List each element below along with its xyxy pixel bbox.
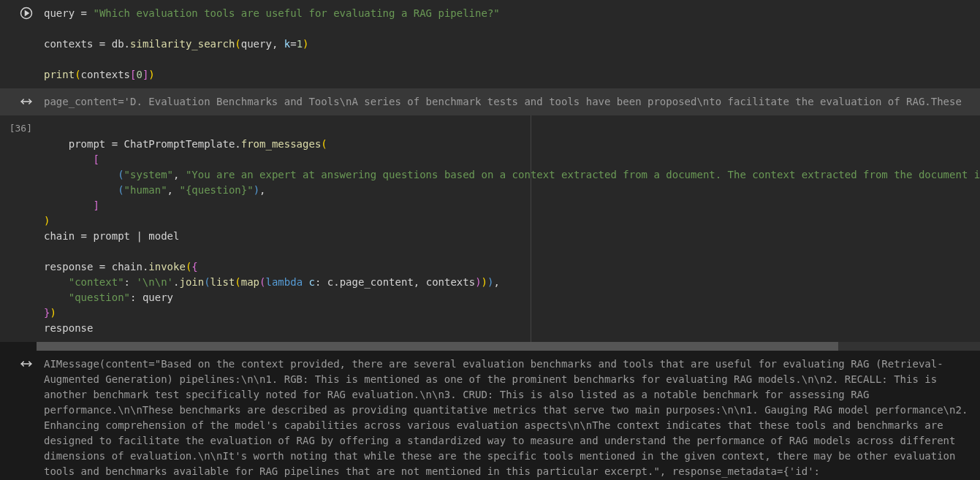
indent <box>44 169 118 180</box>
token-punc: , <box>414 276 426 288</box>
token-paren: ( <box>75 69 80 80</box>
token-punc: , <box>259 184 265 196</box>
token-paren: ( <box>235 38 240 50</box>
token-op: = <box>93 38 111 50</box>
token-num: 1 <box>297 38 303 50</box>
token-string: "context" <box>69 276 124 288</box>
indent <box>44 276 69 288</box>
scrollbar-thumb[interactable] <box>37 342 838 351</box>
token-punc: . <box>333 276 339 288</box>
token-param: k <box>284 38 290 50</box>
token-string: "human" <box>124 184 167 196</box>
exec-count-gutter: [36] <box>0 115 37 342</box>
output-text: page_content='D. Evaluation Benchmarks a… <box>37 88 980 115</box>
token-punc: , <box>173 169 186 180</box>
cell-gutter <box>0 0 37 88</box>
code-editor[interactable]: query = "Which evaluation tools are usef… <box>37 0 980 88</box>
token-op: = <box>105 138 124 150</box>
token-var: prompt <box>93 230 130 242</box>
token-num: 0 <box>136 69 142 80</box>
token-var: prompt <box>69 138 106 150</box>
indent <box>44 153 93 165</box>
token-punc: , <box>272 38 284 50</box>
token-paren: ( <box>118 184 124 196</box>
token-param: c <box>309 276 315 288</box>
token-paren: ) <box>254 184 259 196</box>
token-op: = <box>290 38 296 50</box>
token-bracket: ] <box>93 199 99 211</box>
output-text: AIMessage(content="Based on the context … <box>37 351 980 480</box>
output-cell-2: AIMessage(content="Based on the context … <box>0 351 980 480</box>
token-string: '\n\n' <box>136 276 173 288</box>
code-cell-2[interactable]: ✓ 4s [36] prompt = ChatPromptTemplate.fr… <box>0 115 980 342</box>
indent <box>44 184 118 196</box>
token-op: = <box>93 261 111 273</box>
token-paren: ) <box>44 215 50 226</box>
output-gutter <box>0 88 37 115</box>
token-var: contexts <box>81 69 130 80</box>
token-var: query <box>143 292 173 303</box>
token-fn: invoke <box>148 261 186 273</box>
token-punc: . <box>124 38 130 50</box>
token-fn: list <box>210 276 235 288</box>
token-paren: ( <box>204 276 210 288</box>
token-var: c <box>327 276 333 288</box>
token-paren: ) <box>475 276 481 288</box>
token-paren: ( <box>118 169 124 180</box>
indent <box>44 292 69 303</box>
token-class: ChatPromptTemplate <box>124 138 235 150</box>
token-bracket: [ <box>93 153 99 165</box>
token-brace: { <box>191 261 197 273</box>
token-string: "question" <box>69 292 130 303</box>
token-punc: : <box>124 276 137 288</box>
token-var: response <box>44 322 93 334</box>
token-fn: join <box>179 276 204 288</box>
token-var: contexts <box>426 276 475 288</box>
token-punc: : <box>315 276 327 288</box>
token-punc: : <box>130 292 143 303</box>
token-punc: , <box>493 276 499 288</box>
token-op: = <box>75 230 93 242</box>
token-var: query <box>241 38 272 50</box>
token-op: = <box>75 7 93 19</box>
output-cell-1: page_content='D. Evaluation Benchmarks a… <box>0 88 980 115</box>
token-paren: ) <box>482 276 487 288</box>
token-paren: ( <box>235 276 240 288</box>
token-paren: ) <box>148 69 154 80</box>
output-gutter <box>0 351 37 480</box>
token-var: chain <box>112 261 143 273</box>
code-cell-1[interactable]: query = "Which evaluation tools are usef… <box>0 0 980 88</box>
token-string: "{question}" <box>179 184 253 196</box>
token-fn: from_messages <box>241 138 322 150</box>
token-fn: print <box>44 69 75 80</box>
token-string: "You are an expert at answering question… <box>186 169 980 180</box>
output-toggle-icon[interactable] <box>19 357 34 371</box>
token-fn: similarity_search <box>130 38 235 50</box>
token-op: | <box>130 230 148 242</box>
run-icon[interactable] <box>19 6 34 20</box>
token-kw: lambda <box>266 276 303 288</box>
exec-count-label: [36] <box>10 121 32 136</box>
token-paren: ( <box>259 276 265 288</box>
space <box>303 276 308 288</box>
token-var: chain <box>44 230 75 242</box>
token-obj: db <box>112 38 124 50</box>
token-fn: map <box>241 276 259 288</box>
token-punc: , <box>167 184 180 196</box>
indent <box>44 199 93 211</box>
token-var: model <box>148 230 179 242</box>
horizontal-scrollbar[interactable] <box>37 342 980 351</box>
token-attr: page_content <box>340 276 414 288</box>
token-var: query <box>44 7 75 19</box>
code-editor[interactable]: prompt = ChatPromptTemplate.from_message… <box>37 115 980 342</box>
editor-ruler <box>531 115 531 342</box>
token-string: "system" <box>124 169 173 180</box>
token-paren: ) <box>303 38 308 50</box>
token-var: contexts <box>44 38 93 50</box>
token-paren: ( <box>321 138 327 150</box>
token-punc: . <box>235 138 240 150</box>
output-toggle-icon[interactable] <box>19 94 34 109</box>
token-string: "Which evaluation tools are useful for e… <box>93 7 499 19</box>
token-var: response <box>44 261 93 273</box>
token-paren: ) <box>50 307 56 319</box>
